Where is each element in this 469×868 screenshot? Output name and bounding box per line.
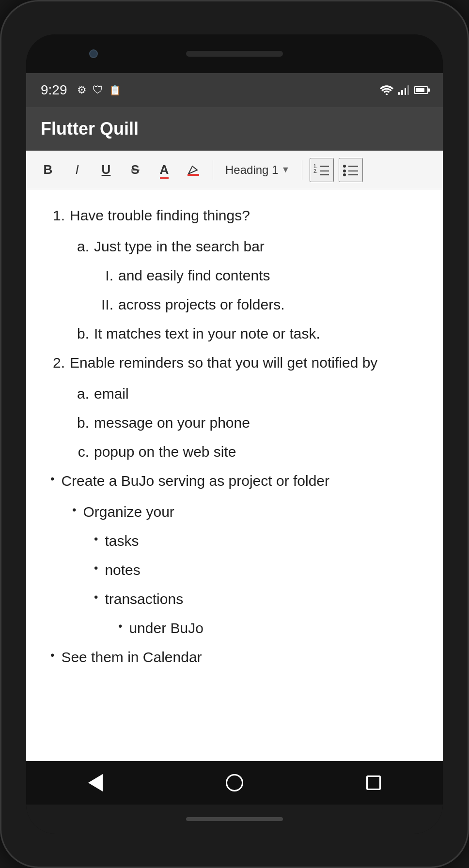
svg-point-8 <box>343 170 346 172</box>
home-button[interactable] <box>220 768 249 797</box>
list-text: See them in Calendar <box>61 646 423 669</box>
list-item: • transactions <box>94 588 423 611</box>
list-text: across projects or folders. <box>118 293 423 316</box>
bullet-marker: • <box>94 588 98 607</box>
list-text: email <box>94 382 423 405</box>
list-text: Just type in the search bar <box>94 235 423 258</box>
home-icon <box>226 774 243 791</box>
main-content: B I U S A Heading 1 ▼ <box>26 151 443 761</box>
bottom-nav <box>26 761 443 805</box>
list-marker: I. <box>94 264 113 287</box>
list-item: b. message on your phone <box>70 411 423 434</box>
app-title: Flutter Quill <box>41 119 139 139</box>
svg-rect-1 <box>188 174 199 176</box>
list-text: tasks <box>105 529 423 553</box>
highlight-icon <box>187 163 200 177</box>
phone-frame: 9:29 ⚙ 🛡 📋 <box>0 0 469 868</box>
status-time: 9:29 <box>41 82 67 98</box>
list-marker: 2. <box>46 351 65 374</box>
list-marker: a. <box>70 382 89 405</box>
editor-area[interactable]: 1. Have trouble finding things? a. Just … <box>26 189 443 761</box>
text-color-icon: A <box>160 162 169 177</box>
list-marker: 1. <box>46 204 65 227</box>
list-item: a. email <box>70 382 423 405</box>
list-item: I. and easily find contents <box>94 264 423 287</box>
bullet-marker: • <box>94 529 98 549</box>
list-item: 1. Have trouble finding things? <box>46 204 423 227</box>
list-item: • notes <box>94 558 423 582</box>
list-item: b. It matches text in your note or task. <box>70 322 423 345</box>
heading-label: Heading 1 <box>225 163 278 177</box>
status-right-icons <box>380 85 428 95</box>
list-item: • Create a BuJo serving as project or fo… <box>50 469 423 493</box>
list-marker: II. <box>94 293 113 316</box>
bullet-list-button[interactable] <box>339 158 363 182</box>
status-bar: 9:29 ⚙ 🛡 📋 <box>26 73 443 107</box>
heading-dropdown[interactable]: Heading 1 ▼ <box>220 160 295 180</box>
list-item: • under BuJo <box>118 617 423 640</box>
bold-button[interactable]: B <box>36 158 60 182</box>
clipboard-icon: 📋 <box>109 84 121 96</box>
list-item: 2. Enable reminders so that you will get… <box>46 351 423 374</box>
settings-icon: ⚙ <box>77 84 87 96</box>
shield-icon: 🛡 <box>93 84 103 96</box>
list-text: message on your phone <box>94 411 423 434</box>
handle-bar <box>186 817 283 821</box>
list-item: a. Just type in the search bar <box>70 235 423 258</box>
svg-point-7 <box>343 165 346 168</box>
list-item: • Organize your <box>72 500 423 524</box>
toolbar-divider <box>213 160 213 180</box>
battery-icon <box>414 86 428 94</box>
ordered-list-button[interactable]: 1. 2. <box>310 158 334 182</box>
svg-text:2.: 2. <box>313 169 317 174</box>
camera-icon <box>89 49 98 58</box>
italic-button[interactable]: I <box>65 158 89 182</box>
bullet-marker: • <box>72 500 76 520</box>
wifi-icon <box>380 85 393 95</box>
bottom-handle <box>26 805 443 834</box>
list-text: Enable reminders so that you will get no… <box>70 351 423 374</box>
highlight-button[interactable] <box>181 158 205 182</box>
list-marker: c. <box>70 440 89 464</box>
list-text: transactions <box>105 588 423 611</box>
toolbar: B I U S A Heading 1 ▼ <box>26 151 443 189</box>
svg-point-9 <box>343 173 346 176</box>
list-text: It matches text in your note or task. <box>94 322 423 345</box>
list-text: and easily find contents <box>118 264 423 287</box>
strikethrough-button[interactable]: S <box>123 158 147 182</box>
list-marker: a. <box>70 235 89 258</box>
list-text: popup on the web site <box>94 440 423 464</box>
back-icon <box>88 774 103 791</box>
speaker <box>186 51 283 57</box>
text-color-button[interactable]: A <box>152 158 176 182</box>
list-item: II. across projects or folders. <box>94 293 423 316</box>
bullet-marker: • <box>94 558 98 578</box>
list-item: c. popup on the web site <box>70 440 423 464</box>
chevron-down-icon: ▼ <box>281 165 290 175</box>
svg-point-0 <box>386 93 388 95</box>
underline-button[interactable]: U <box>94 158 118 182</box>
list-text: under BuJo <box>129 617 423 640</box>
notch-area <box>26 34 443 73</box>
recents-icon <box>366 775 381 790</box>
recents-button[interactable] <box>359 768 388 797</box>
bullet-marker: • <box>50 646 54 666</box>
list-text: Organize your <box>83 500 423 524</box>
list-marker: b. <box>70 322 89 345</box>
phone-screen: 9:29 ⚙ 🛡 📋 <box>26 34 443 834</box>
bullet-marker: • <box>50 469 54 489</box>
toolbar-divider-2 <box>302 160 302 180</box>
list-text: notes <box>105 558 423 582</box>
app-bar: Flutter Quill <box>26 107 443 151</box>
list-text: Have trouble finding things? <box>70 204 423 227</box>
list-item: • tasks <box>94 529 423 553</box>
bullet-list-icon <box>343 163 359 177</box>
bullet-marker: • <box>118 617 122 636</box>
status-icons: ⚙ 🛡 📋 <box>77 84 121 96</box>
list-marker: b. <box>70 411 89 434</box>
list-item: • See them in Calendar <box>50 646 423 669</box>
list-text: Create a BuJo serving as project or fold… <box>61 469 423 493</box>
signal-icon <box>398 85 409 95</box>
back-button[interactable] <box>81 768 110 797</box>
ordered-list-icon: 1. 2. <box>313 163 330 177</box>
